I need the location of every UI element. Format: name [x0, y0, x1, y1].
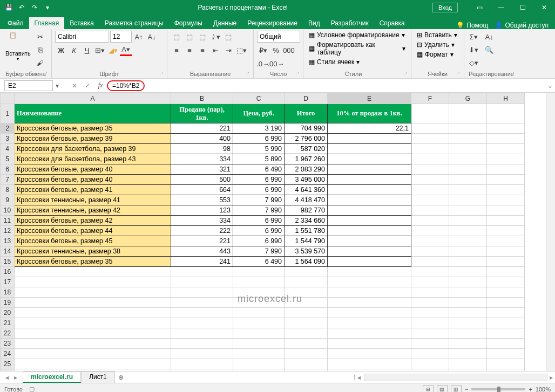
data-cell[interactable]: 1 967 260 [285, 154, 328, 164]
ribbon-tab-главная[interactable]: Главная [29, 17, 65, 29]
ribbon-tab-формулы[interactable]: Формулы [169, 17, 208, 29]
data-cell[interactable]: 22,1 [328, 123, 411, 134]
sheet-tab[interactable]: microexcel.ru [23, 372, 81, 383]
comma-icon[interactable]: 000 [283, 44, 295, 56]
row-header[interactable]: 4 [1, 144, 15, 154]
data-cell[interactable]: 334 [171, 154, 233, 164]
zoom-slider[interactable] [471, 388, 525, 390]
data-cell[interactable]: 6 990 [233, 185, 285, 195]
row-header[interactable]: 12 [1, 226, 15, 236]
row-header[interactable]: 18 [1, 287, 15, 298]
orientation-icon[interactable]: ⤸▾ [209, 31, 221, 43]
borders-icon[interactable]: ⊞▾ [94, 44, 106, 56]
formula-input[interactable]: =10%*B2 [107, 80, 145, 91]
zoom-out-icon[interactable]: − [465, 386, 468, 393]
data-cell[interactable]: 664 [171, 185, 233, 195]
data-cell[interactable]: Кроссовки беговые, размер 39 [15, 134, 171, 144]
bold-button[interactable]: Ж [55, 44, 67, 56]
minimize-icon[interactable]: ― [490, 0, 512, 15]
ribbon-options-icon[interactable]: ▭ [469, 0, 490, 15]
row-header[interactable]: 17 [1, 277, 15, 287]
wrap-text-icon[interactable]: ⬚ [222, 31, 234, 43]
percent-icon[interactable]: % [270, 44, 282, 56]
format-painter-icon[interactable]: 🖌 [35, 57, 46, 68]
data-cell[interactable]: 321 [171, 164, 233, 175]
add-sheet-button[interactable]: ⊕ [115, 374, 127, 381]
row-header[interactable]: 20 [1, 308, 15, 318]
ribbon-tab-вставка[interactable]: Вставка [64, 17, 99, 29]
sheet-nav-prev-icon[interactable]: ◂ [3, 374, 11, 381]
data-cell[interactable]: Кроссовки для баскетбола, размер 43 [15, 154, 171, 164]
data-cell[interactable]: 6 490 [233, 164, 285, 175]
delete-cells-button[interactable]: ⊟Удалить▾ [415, 40, 459, 49]
sheet-tab[interactable]: Лист1 [81, 372, 115, 383]
data-cell[interactable] [328, 257, 411, 267]
currency-icon[interactable]: ₽▾ [257, 44, 269, 56]
data-cell[interactable] [328, 154, 411, 164]
data-cell[interactable] [328, 175, 411, 185]
table-header-cell[interactable]: Цена, руб. [233, 104, 285, 123]
select-all-button[interactable] [1, 93, 15, 104]
data-cell[interactable]: Кроссовки беговые, размер 35 [15, 257, 171, 267]
close-icon[interactable]: ✕ [533, 0, 555, 15]
data-cell[interactable] [328, 236, 411, 246]
data-cell[interactable]: 6 990 [233, 226, 285, 236]
fx-icon[interactable]: fx [94, 81, 107, 90]
merge-icon[interactable]: ⬚▾ [235, 44, 247, 56]
table-header-cell[interactable]: Итого [285, 104, 328, 123]
sort-filter-icon[interactable]: A↓ [481, 31, 497, 43]
row-header[interactable]: 21 [1, 318, 15, 328]
column-header[interactable]: A [15, 93, 171, 104]
data-cell[interactable]: 6 990 [233, 175, 285, 185]
format-as-table-button[interactable]: ▦Форматировать как таблицу▾ [307, 40, 408, 57]
row-header[interactable]: 11 [1, 216, 15, 226]
column-header[interactable]: F [411, 93, 449, 104]
row-header[interactable]: 1 [1, 104, 15, 123]
column-header[interactable]: H [487, 93, 525, 104]
expand-formula-bar-icon[interactable]: ⌄ [545, 82, 555, 90]
align-top-icon[interactable]: ⬚ [171, 31, 182, 43]
row-header[interactable]: 15 [1, 257, 15, 267]
data-cell[interactable]: 3 539 570 [285, 246, 328, 257]
row-header[interactable]: 23 [1, 339, 15, 349]
page-layout-view-icon[interactable]: ▤ [437, 385, 448, 393]
data-cell[interactable]: Кроссовки беговые, размер 45 [15, 236, 171, 246]
font-size-select[interactable] [110, 31, 132, 43]
row-header[interactable]: 10 [1, 205, 15, 216]
row-header[interactable]: 25 [1, 359, 15, 369]
undo-icon[interactable]: ↶ [16, 2, 27, 13]
row-header[interactable]: 24 [1, 349, 15, 359]
data-cell[interactable] [328, 226, 411, 236]
increase-indent-icon[interactable]: ⇥ [222, 44, 234, 56]
data-cell[interactable]: 241 [171, 257, 233, 267]
decrease-decimal-icon[interactable]: .00→ [270, 58, 282, 70]
data-cell[interactable]: 500 [171, 175, 233, 185]
increase-font-icon[interactable]: A↑ [133, 31, 145, 43]
data-cell[interactable]: 1 544 790 [285, 236, 328, 246]
data-cell[interactable]: 6 990 [233, 236, 285, 246]
spreadsheet-grid[interactable]: ABCDEFGH1НаименованиеПродано (пар), 1кв.… [0, 93, 555, 371]
data-cell[interactable]: 2 796 000 [285, 134, 328, 144]
name-box-dropdown-icon[interactable]: ▾ [53, 82, 62, 90]
data-cell[interactable]: 4 641 360 [285, 185, 328, 195]
data-cell[interactable]: 1 564 090 [285, 257, 328, 267]
column-header[interactable]: D [285, 93, 328, 104]
data-cell[interactable]: 221 [171, 236, 233, 246]
table-header-cell[interactable]: 10% от продаж в 1кв. [328, 104, 411, 123]
data-cell[interactable] [328, 185, 411, 195]
italic-button[interactable]: К [68, 44, 80, 56]
data-cell[interactable]: Кроссовки беговые, размер 44 [15, 226, 171, 236]
column-header[interactable]: E [328, 93, 411, 104]
page-break-view-icon[interactable]: ▥ [451, 385, 462, 393]
data-cell[interactable]: 2 083 290 [285, 164, 328, 175]
copy-icon[interactable]: ⎘ [35, 44, 46, 56]
data-cell[interactable]: Кроссовки для баскетбола, размер 39 [15, 144, 171, 154]
row-header[interactable]: 19 [1, 298, 15, 308]
ribbon-tab-рецензирование[interactable]: Рецензирование [242, 17, 303, 29]
data-cell[interactable]: 443 [171, 246, 233, 257]
decrease-indent-icon[interactable]: ⇤ [209, 44, 221, 56]
data-cell[interactable]: 222 [171, 226, 233, 236]
cut-icon[interactable]: ✂ [35, 31, 46, 43]
data-cell[interactable]: 6 990 [233, 134, 285, 144]
zoom-level[interactable]: 100% [536, 386, 551, 393]
